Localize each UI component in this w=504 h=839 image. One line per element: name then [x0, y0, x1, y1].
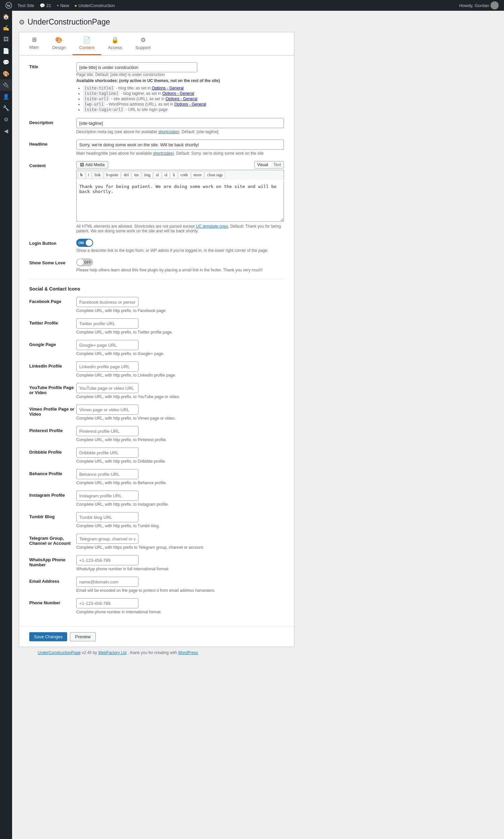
sidebar-item-media[interactable]: 🖼 [0, 34, 12, 45]
social-input-3[interactable] [76, 362, 139, 371]
login-toggle[interactable]: ON [76, 239, 93, 247]
img-button[interactable]: img [142, 172, 153, 178]
sidebar-item-tools[interactable]: 🔧 [0, 102, 12, 113]
options-general-link-1[interactable]: Options - General [152, 86, 184, 90]
editor-format-bar: b i link b-quote del ins img ul ol li co… [76, 170, 284, 180]
shortcodes-link-2[interactable]: shortcodes [153, 151, 173, 156]
sidebar-item-collapse[interactable]: ◀ [0, 125, 12, 137]
uc-template-link[interactable]: UC template ones [196, 224, 228, 229]
add-media-icon: 🖼 [80, 162, 84, 167]
headline-input[interactable] [76, 140, 284, 150]
shortcode-item: [site-login-url] - URL to site login pag… [83, 107, 284, 112]
tab-access[interactable]: 🔒 Access [101, 32, 129, 55]
sidebar-item-appearance[interactable]: 🎨 [0, 68, 12, 80]
content-toolbar: 🖼 Add Media Visual Text [76, 161, 284, 169]
preview-button[interactable]: Preview [70, 632, 95, 641]
description-input[interactable] [76, 118, 284, 128]
wp-logo-link[interactable]: W [3, 0, 15, 11]
plugin-icon: ⚙ [19, 18, 25, 26]
tab-content[interactable]: 📄 Content [73, 32, 102, 55]
visual-button[interactable]: Visual [255, 161, 271, 168]
social-input-9[interactable] [76, 491, 139, 501]
social-field-11: Complete URL, with https prefix to Teleg… [76, 534, 284, 550]
howdy-user[interactable]: Howdy, Gordan [457, 0, 501, 11]
ul-button[interactable]: ul [154, 172, 161, 178]
ins-button[interactable]: ins [132, 172, 141, 178]
social-row-9: Instagram Profile Complete URL, with htt… [29, 491, 284, 507]
sidebar-item-comments[interactable]: 💬 [0, 56, 12, 68]
wordpress-link[interactable]: WordPress [178, 650, 198, 655]
show-love-row: Show Some Love OFF Please help others le… [29, 258, 284, 273]
link-button[interactable]: link [92, 172, 103, 178]
social-help-3: Complete URL, with http prefix, to Linke… [76, 373, 284, 378]
content-editor[interactable]: Thank you for being patient. We are doin… [76, 181, 284, 222]
new-content-link[interactable]: + New [54, 0, 72, 11]
more-button[interactable]: more [191, 172, 204, 178]
sidebar-item-plugins[interactable]: 🔌 [0, 80, 12, 91]
options-general-link-4[interactable]: Options - General [174, 102, 206, 107]
social-input-5[interactable] [76, 404, 139, 415]
social-input-2[interactable] [76, 340, 139, 350]
social-help-1: Complete URL, with http prefix, to Twitt… [76, 330, 284, 335]
blockquote-button[interactable]: b-quote [104, 172, 121, 178]
login-button-field: ON Show a descrete link to the login for… [76, 239, 284, 253]
text-button[interactable]: Text [271, 161, 284, 168]
tab-support[interactable]: ⚙ Support [129, 32, 158, 55]
plugin-footer-link[interactable]: UnderConstructionPage [38, 650, 80, 655]
social-help-2: Complete URL, with http prefix, to Googl… [76, 351, 284, 356]
social-row-14: Phone Number Complete phone number in in… [29, 598, 284, 614]
love-toggle[interactable]: OFF [76, 258, 93, 266]
social-divider [29, 279, 284, 279]
support-tab-icon: ⚙ [141, 36, 146, 44]
sidebar-item-posts[interactable]: ✍ [0, 22, 12, 34]
bold-button[interactable]: b [78, 172, 85, 178]
sidebar-item-pages[interactable]: 📄 [0, 45, 12, 56]
close-tags-button[interactable]: close tags [205, 172, 225, 178]
description-row: Description Description meta tag (see ab… [29, 118, 284, 134]
social-input-7[interactable] [76, 448, 139, 458]
social-input-10[interactable] [76, 512, 139, 522]
sidebar-item-settings[interactable]: ⚙ [0, 113, 12, 125]
headline-field: Main heading/title (see above for availa… [76, 140, 284, 156]
social-input-11[interactable] [76, 534, 139, 544]
code-button[interactable]: code [178, 172, 191, 178]
shortcodes-link[interactable]: shortcodes [158, 129, 178, 134]
sidebar-item-users[interactable]: 👤 [0, 91, 12, 102]
social-label-12: WhatsApp Phone Number [29, 555, 76, 567]
li-button[interactable]: li [170, 172, 177, 178]
author-link[interactable]: WebFactory Ltd [98, 650, 126, 655]
social-input-6[interactable] [76, 426, 139, 436]
add-media-button[interactable]: 🖼 Add Media [76, 161, 108, 169]
social-row-1: Twitter Profile Complete URL, with http … [29, 318, 284, 335]
social-label-3: LinkedIn Profile [29, 362, 76, 369]
social-fields-container: Facebook Page Complete URL, with http pr… [29, 297, 284, 614]
plugin-link[interactable]: ● UnderConstruction [72, 0, 118, 11]
title-row: Title Page title. Default: [site-title] … [29, 62, 284, 113]
del-button[interactable]: del [121, 172, 131, 178]
sidebar-item-dashboard[interactable]: 🏠 [0, 11, 12, 22]
social-field-2: Complete URL, with http prefix, to Googl… [76, 340, 284, 356]
italic-button[interactable]: i [86, 172, 91, 178]
title-input[interactable] [76, 62, 197, 72]
tab-main[interactable]: 🖥 Main [22, 32, 46, 55]
ol-button[interactable]: ol [162, 172, 170, 178]
social-input-14[interactable] [76, 598, 139, 608]
social-input-12[interactable] [76, 555, 139, 565]
social-label-11: Telegram Group, Channel or Account [29, 534, 76, 546]
social-input-13[interactable] [76, 577, 139, 587]
social-field-5: Complete URL, with http prefix, to Vimeo… [76, 404, 284, 421]
social-input-4[interactable] [76, 383, 139, 393]
social-input-8[interactable] [76, 469, 139, 479]
content-label: Content [29, 161, 76, 168]
comments-link[interactable]: 💬 21 [37, 0, 54, 11]
social-field-0: Complete URL, with http prefix, to Faceb… [76, 297, 284, 313]
save-button[interactable]: Save Changes [29, 632, 67, 641]
show-love-field: OFF Please help others learn about this … [76, 258, 284, 273]
tab-design[interactable]: 🎨 Design [46, 32, 72, 55]
social-label-2: Google Page [29, 340, 76, 347]
options-general-link-2[interactable]: Options - General [162, 91, 194, 96]
options-general-link-3[interactable]: Options - General [166, 97, 198, 101]
site-name[interactable]: Test Site [15, 0, 37, 11]
social-input-1[interactable] [76, 318, 139, 329]
social-input-0[interactable] [76, 297, 139, 307]
